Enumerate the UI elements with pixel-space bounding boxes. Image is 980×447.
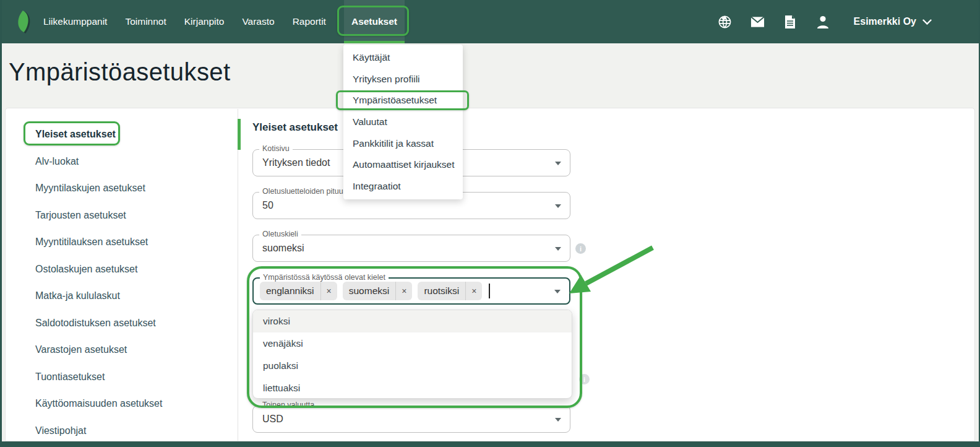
leaf-logo-icon[interactable] <box>11 9 33 34</box>
settings-sidebar: Yleiset asetukset Alv-luokat Myyntilasku… <box>6 121 234 444</box>
chip-ruotsiksi[interactable]: ruotsiksi × <box>418 282 482 300</box>
language-options-dropdown: viroksi venäjäksi puolaksi liettuaksi <box>252 310 572 399</box>
app-root: Liikekumppanit Toiminnot Kirjanpito Vara… <box>0 0 980 447</box>
sidebar-item-myyntilaskujen-asetukset[interactable]: Myyntilaskujen asetukset <box>6 175 234 202</box>
sidebar-item-varastojen-asetukset[interactable]: Varastojen asetukset <box>6 336 234 363</box>
nav-toolbar: Esimerkki Oy <box>718 15 932 29</box>
section-heading: Yleiset asetukset <box>252 121 338 134</box>
chip-remove-icon[interactable]: × <box>465 282 482 300</box>
sidebar-item-tuontiasetukset[interactable]: Tuontiasetukset <box>6 363 234 391</box>
lang-option-venajaksi[interactable]: venäjäksi <box>253 332 572 355</box>
nav-item-raportit[interactable]: Raportit <box>293 0 326 43</box>
menu-item-valuutat[interactable]: Valuutat <box>343 111 463 133</box>
chip-remove-icon[interactable]: × <box>395 282 412 300</box>
nav-item-toiminnot[interactable]: Toiminnot <box>125 0 166 43</box>
text-cursor <box>489 284 490 298</box>
selected-language-chips: englanniksi × suomeksi × ruotsiksi × <box>260 279 490 303</box>
nav-item-varasto[interactable]: Varasto <box>242 0 274 43</box>
kotisivu-label: Kotisivu <box>259 144 293 153</box>
sidebar-item-kayttoomaisuuden-asetukset[interactable]: Käyttöomaisuuden asetukset <box>6 390 234 417</box>
dropdown-caret-icon <box>554 290 561 293</box>
dropdown-caret-icon <box>555 418 561 422</box>
frame-edge <box>0 0 2 447</box>
chip-suomeksi[interactable]: suomeksi × <box>343 282 413 300</box>
oletuskieli-label: Oletuskieli <box>259 230 301 238</box>
oletusluetteloiden-pituus-label: Oletusluetteloiden pituus <box>259 187 350 196</box>
kielet-multiselect[interactable]: Ympäristössä käytössä olevat kielet engl… <box>252 277 570 305</box>
user-icon[interactable] <box>816 15 830 29</box>
sidebar-divider <box>238 109 238 441</box>
lang-option-puolaksi[interactable]: puolaksi <box>253 355 572 377</box>
menu-item-ymparistoasetukset[interactable]: Ympäristöasetukset <box>343 90 463 111</box>
lang-option-viroksi[interactable]: viroksi <box>253 310 572 332</box>
sidebar-item-viestipohjat[interactable]: Viestipohjat <box>6 417 234 445</box>
dropdown-caret-icon <box>555 247 561 251</box>
chevron-down-icon <box>922 16 932 27</box>
sidebar-item-yleiset-asetukset[interactable]: Yleiset asetukset <box>6 121 234 148</box>
oletuskieli-select[interactable]: Oletuskieli suomeksi <box>252 235 570 262</box>
chip-label: ruotsiksi <box>418 285 465 297</box>
mail-icon[interactable] <box>750 15 765 29</box>
page-title: Ympäristöasetukset <box>9 58 230 86</box>
top-navbar: Liikekumppanit Toiminnot Kirjanpito Vara… <box>0 0 980 43</box>
kotisivu-value: Yrityksen tiedot <box>262 157 330 168</box>
nav-item-asetukset[interactable]: Asetukset <box>344 0 405 43</box>
chip-label: suomeksi <box>343 285 395 297</box>
sidebar-item-alv-luokat[interactable]: Alv-luokat <box>6 148 234 175</box>
nav-item-kirjanpito[interactable]: Kirjanpito <box>184 0 225 43</box>
menu-item-automaattiset-kirjaukset[interactable]: Automaattiset kirjaukset <box>343 154 463 176</box>
company-name: Esimerkki Oy <box>854 16 916 27</box>
chip-englanniksi[interactable]: englanniksi × <box>260 282 337 300</box>
oletuskieli-info-icon[interactable]: i <box>575 243 586 254</box>
lang-option-liettuaksi[interactable]: liettuaksi <box>253 377 572 399</box>
dropdown-caret-icon <box>555 204 561 208</box>
settings-dropdown-menu: Käyttäjät Yrityksen profiili Ympäristöas… <box>343 45 463 199</box>
oletuskieli-value: suomeksi <box>262 243 304 254</box>
toinen-valuutta-value: USD <box>262 414 283 425</box>
dropdown-caret-icon <box>555 162 561 165</box>
globe-icon[interactable] <box>718 15 732 29</box>
sidebar-item-tarjousten-asetukset[interactable]: Tarjousten asetukset <box>6 202 234 229</box>
company-selector[interactable]: Esimerkki Oy <box>854 16 932 27</box>
chip-remove-icon[interactable]: × <box>320 282 337 300</box>
valuutta-info-icon[interactable]: i <box>579 374 590 384</box>
sidebar-item-myyntitilauksen-asetukset[interactable]: Myyntitilauksen asetukset <box>6 228 234 256</box>
sidebar-item-ostolaskujen-asetukset[interactable]: Ostolaskujen asetukset <box>6 256 234 283</box>
toinen-valuutta-select[interactable]: Toinen valuutta USD <box>252 406 570 433</box>
nav-links: Liikekumppanit Toiminnot Kirjanpito Vara… <box>43 0 405 43</box>
sidebar-item-saldotodistuksen-asetukset[interactable]: Saldotodistuksen asetukset <box>6 310 234 337</box>
document-icon[interactable] <box>783 15 797 29</box>
frame-edge <box>0 441 980 447</box>
active-section-indicator <box>238 119 241 150</box>
menu-item-integraatiot[interactable]: Integraatiot <box>343 175 463 197</box>
oletusluetteloiden-pituus-value: 50 <box>262 200 273 211</box>
menu-item-yrityksen-profiili[interactable]: Yrityksen profiili <box>343 69 463 90</box>
menu-item-kayttajat[interactable]: Käyttäjät <box>343 47 463 69</box>
chip-label: englanniksi <box>260 285 320 297</box>
sidebar-item-matka-ja-kululaskut[interactable]: Matka-ja kululaskut <box>6 282 234 310</box>
nav-item-liikekumppanit[interactable]: Liikekumppanit <box>43 0 107 43</box>
menu-item-pankkitilit-ja-kassat[interactable]: Pankkitilit ja kassat <box>343 132 463 154</box>
toinen-valuutta-label: Toinen valuutta <box>259 401 317 409</box>
